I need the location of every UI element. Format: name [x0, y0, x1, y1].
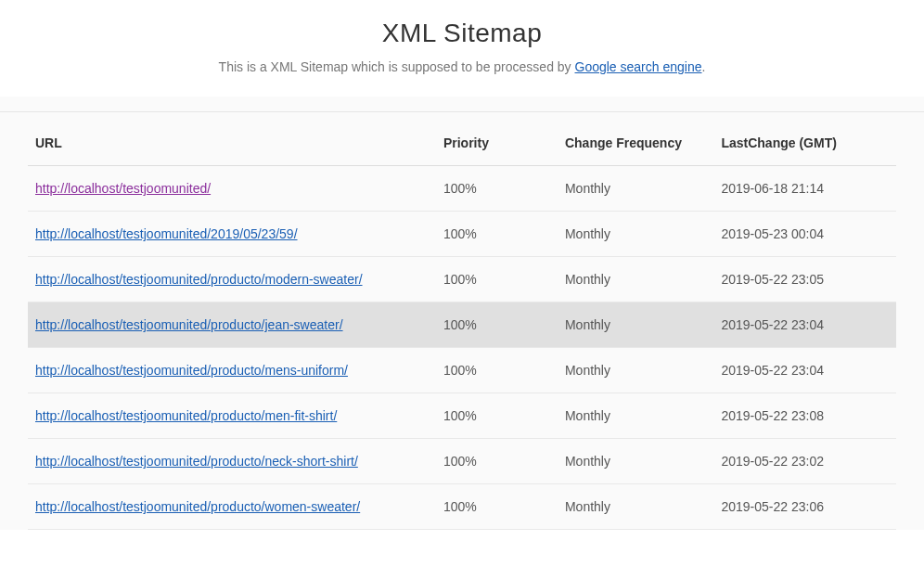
cell-lastchange: 2019-05-22 23:04: [713, 302, 896, 348]
cell-lastchange: 2019-05-22 23:08: [713, 393, 896, 439]
cell-priority: 100%: [436, 302, 558, 348]
cell-frequency: Monthly: [558, 166, 713, 212]
cell-frequency: Monthly: [558, 439, 713, 484]
url-link[interactable]: http://localhost/testjoomunited/producto…: [35, 454, 358, 469]
cell-frequency: Monthly: [558, 212, 713, 257]
subtitle-prefix: This is a XML Sitemap which is supposed …: [219, 59, 575, 74]
cell-priority: 100%: [436, 484, 558, 530]
sitemap-table: URL Priority Change Frequency LastChange…: [28, 135, 896, 530]
table-body: http://localhost/testjoomunited/100%Mont…: [28, 166, 896, 530]
cell-priority: 100%: [436, 393, 558, 439]
cell-url: http://localhost/testjoomunited/producto…: [28, 302, 436, 348]
table-row: http://localhost/testjoomunited/producto…: [28, 393, 896, 439]
cell-frequency: Monthly: [558, 348, 713, 393]
url-link[interactable]: http://localhost/testjoomunited/producto…: [35, 363, 348, 378]
url-link[interactable]: http://localhost/testjoomunited/: [35, 181, 211, 196]
url-link[interactable]: http://localhost/testjoomunited/2019/05/…: [35, 226, 298, 241]
cell-frequency: Monthly: [558, 393, 713, 439]
subtitle-suffix: .: [702, 59, 706, 74]
divider: [0, 111, 924, 112]
cell-priority: 100%: [436, 439, 558, 484]
table-header-row: URL Priority Change Frequency LastChange…: [28, 135, 896, 166]
header-priority: Priority: [436, 135, 558, 166]
header-lastchange: LastChange (GMT): [713, 135, 896, 166]
cell-frequency: Monthly: [558, 484, 713, 530]
url-link[interactable]: http://localhost/testjoomunited/producto…: [35, 408, 337, 423]
page-title: XML Sitemap: [0, 19, 924, 48]
cell-lastchange: 2019-05-22 23:05: [713, 257, 896, 302]
cell-lastchange: 2019-05-22 23:02: [713, 439, 896, 484]
content-area: URL Priority Change Frequency LastChange…: [0, 96, 924, 530]
header-frequency: Change Frequency: [558, 135, 713, 166]
cell-lastchange: 2019-05-22 23:06: [713, 484, 896, 530]
cell-url: http://localhost/testjoomunited/producto…: [28, 348, 436, 393]
table-row: http://localhost/testjoomunited/100%Mont…: [28, 166, 896, 212]
url-link[interactable]: http://localhost/testjoomunited/producto…: [35, 317, 343, 332]
cell-url: http://localhost/testjoomunited/producto…: [28, 484, 436, 530]
url-link[interactable]: http://localhost/testjoomunited/producto…: [35, 272, 363, 287]
table-row: http://localhost/testjoomunited/producto…: [28, 348, 896, 393]
header-url: URL: [28, 135, 436, 166]
cell-url: http://localhost/testjoomunited/2019/05/…: [28, 212, 436, 257]
cell-url: http://localhost/testjoomunited/: [28, 166, 436, 212]
cell-frequency: Monthly: [558, 257, 713, 302]
page-header: XML Sitemap This is a XML Sitemap which …: [0, 0, 924, 96]
cell-url: http://localhost/testjoomunited/producto…: [28, 439, 436, 484]
page-subtitle: This is a XML Sitemap which is supposed …: [0, 59, 924, 74]
cell-lastchange: 2019-06-18 21:14: [713, 166, 896, 212]
subtitle-link[interactable]: Google search engine: [575, 59, 702, 74]
cell-priority: 100%: [436, 348, 558, 393]
cell-frequency: Monthly: [558, 302, 713, 348]
table-row: http://localhost/testjoomunited/2019/05/…: [28, 212, 896, 257]
table-row: http://localhost/testjoomunited/producto…: [28, 439, 896, 484]
cell-url: http://localhost/testjoomunited/producto…: [28, 393, 436, 439]
cell-url: http://localhost/testjoomunited/producto…: [28, 257, 436, 302]
cell-priority: 100%: [436, 212, 558, 257]
table-row: http://localhost/testjoomunited/producto…: [28, 257, 896, 302]
cell-priority: 100%: [436, 257, 558, 302]
table-row: http://localhost/testjoomunited/producto…: [28, 302, 896, 348]
url-link[interactable]: http://localhost/testjoomunited/producto…: [35, 499, 360, 514]
cell-lastchange: 2019-05-22 23:04: [713, 348, 896, 393]
table-row: http://localhost/testjoomunited/producto…: [28, 484, 896, 530]
cell-priority: 100%: [436, 166, 558, 212]
cell-lastchange: 2019-05-23 00:04: [713, 212, 896, 257]
